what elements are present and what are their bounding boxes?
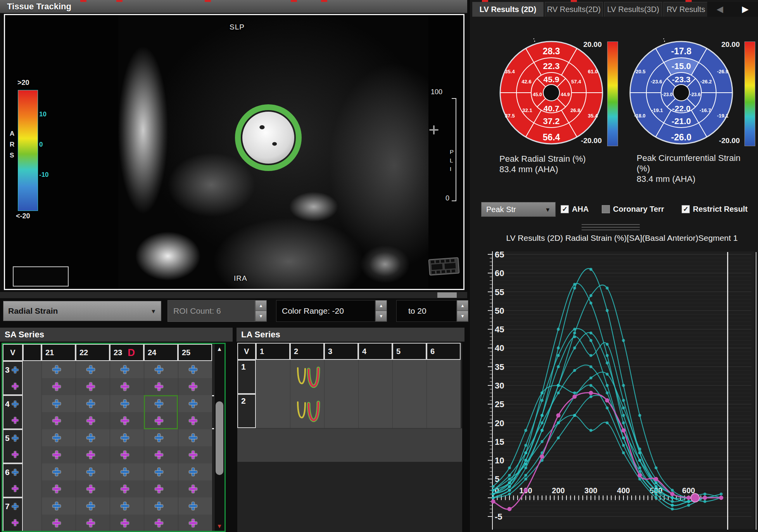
tab-lv-results-2d-[interactable]: LV Results (2D) <box>472 2 544 17</box>
mri-viewport[interactable]: SLP IRA >20 10 0 -10 <-20 A R S 100 0 P … <box>4 14 464 290</box>
sa-cell-5-22[interactable] <box>76 429 110 463</box>
control-point-blue-icon[interactable] <box>86 467 95 477</box>
control-point-magenta-icon[interactable] <box>154 450 164 459</box>
horizontal-scrollbar-thumb[interactable] <box>437 292 457 298</box>
sa-row-number-7[interactable]: 7 <box>3 497 23 532</box>
sa-cell-6-23[interactable] <box>110 463 144 497</box>
horizontal-scrollbar[interactable] <box>0 292 467 298</box>
control-point-magenta-icon[interactable] <box>52 518 61 528</box>
result-metric-select[interactable]: Peak Str ▼ <box>481 202 556 217</box>
sa-cell-4-21[interactable] <box>41 395 76 429</box>
pan-crosshair-icon[interactable] <box>429 125 439 135</box>
control-point-magenta-icon[interactable] <box>188 382 198 391</box>
stepper-down-icon[interactable]: ▼ <box>457 311 468 321</box>
control-point-magenta-icon[interactable] <box>86 450 95 459</box>
control-point-blue-icon[interactable] <box>86 433 95 442</box>
sa-cell-7-21[interactable] <box>41 497 76 532</box>
control-point-blue-icon[interactable] <box>11 366 19 373</box>
sa-row-number-4[interactable]: 4 <box>3 395 23 429</box>
la-cell-1-2[interactable] <box>290 360 324 394</box>
control-point-magenta-icon[interactable] <box>11 485 19 492</box>
sa-cell-6-21[interactable] <box>41 463 76 497</box>
control-point-magenta-icon[interactable] <box>86 484 95 494</box>
control-point-blue-icon[interactable] <box>188 399 198 408</box>
control-point-magenta-icon[interactable] <box>52 450 61 459</box>
circumferential-strain-bullseye[interactable]: -17.8-20.5-26.9-18.0-19.1-26.0-15.0-23.6… <box>627 38 736 147</box>
sa-cell-6-22[interactable] <box>76 463 110 497</box>
stepper-up-icon[interactable]: ▲ <box>376 301 387 311</box>
sa-header-21[interactable]: 21 <box>41 344 76 361</box>
control-point-magenta-icon[interactable] <box>52 382 61 391</box>
sa-cell-5-24[interactable] <box>144 429 178 463</box>
control-point-magenta-icon[interactable] <box>188 416 198 425</box>
la-header-2[interactable]: 2 <box>290 343 324 360</box>
stepper-down-icon[interactable]: ▼ <box>256 311 266 321</box>
sa-cell-4-25[interactable] <box>178 395 212 429</box>
sa-vertical-scrollbar[interactable]: ▲▼ <box>214 344 224 531</box>
restrict-result-checkbox[interactable]: ✓ Restrict Result <box>682 205 758 214</box>
sa-cell-3-23[interactable] <box>110 361 144 395</box>
control-point-blue-icon[interactable] <box>11 503 19 510</box>
roi-contour-ring[interactable] <box>235 104 302 171</box>
sa-cell-5-25[interactable] <box>178 429 212 463</box>
control-point-magenta-icon[interactable] <box>11 519 19 526</box>
control-point-blue-icon[interactable] <box>52 501 61 511</box>
sa-row-number-5[interactable]: 5 <box>3 429 23 463</box>
tab-rv-results-2d-[interactable]: RV Results(2D) <box>545 2 603 17</box>
checkbox-checked-icon[interactable]: ✓ <box>561 205 569 213</box>
tab-rv-results[interactable]: RV Results <box>663 2 708 17</box>
control-point-magenta-icon[interactable] <box>188 518 198 528</box>
control-point-blue-icon[interactable] <box>188 433 198 442</box>
control-point-blue-icon[interactable] <box>120 399 129 408</box>
la-row-2[interactable]: 2 <box>237 394 462 428</box>
la-series-table[interactable]: V12345612 <box>237 343 462 532</box>
control-point-blue-icon[interactable] <box>52 399 61 408</box>
sa-row-number-3[interactable]: 3 <box>3 361 23 395</box>
control-point-blue-icon[interactable] <box>120 433 129 442</box>
stepper-down-icon[interactable]: ▼ <box>376 311 387 321</box>
control-point-blue-icon[interactable] <box>154 501 164 511</box>
control-point-magenta-icon[interactable] <box>86 416 95 425</box>
stepper-up-icon[interactable]: ▲ <box>457 301 468 311</box>
control-point-blue-icon[interactable] <box>86 399 95 408</box>
control-point-blue-icon[interactable] <box>188 501 198 511</box>
control-point-magenta-icon[interactable] <box>120 450 129 459</box>
sa-cell-7-22[interactable] <box>76 497 110 532</box>
control-point-blue-icon[interactable] <box>52 467 61 477</box>
la-cell-1-5[interactable] <box>392 360 426 394</box>
sa-row-number-6[interactable]: 6 <box>3 463 23 497</box>
la-cell-2-3[interactable] <box>324 394 358 428</box>
la-cell-2-1[interactable] <box>256 394 290 428</box>
sa-header-23[interactable]: 23D <box>110 344 144 361</box>
la-cell-1-4[interactable] <box>358 360 392 394</box>
control-point-magenta-icon[interactable] <box>120 484 129 494</box>
control-point-magenta-icon[interactable] <box>52 416 61 425</box>
sa-row-4[interactable]: 4 <box>3 395 224 429</box>
control-point-blue-icon[interactable] <box>86 365 95 374</box>
la-cell-1-1[interactable] <box>256 360 290 394</box>
color-range-max-stepper[interactable]: ▲ ▼ <box>457 300 468 322</box>
sa-row-6[interactable]: 6 <box>3 463 224 497</box>
radial-strain-bullseye[interactable]: 28.335.461.037.535.456.422.342.657.432.1… <box>497 38 606 147</box>
control-point-blue-icon[interactable] <box>11 468 19 476</box>
checkbox-unchecked-icon[interactable] <box>602 205 610 213</box>
control-point-magenta-icon[interactable] <box>154 416 164 425</box>
control-point-blue-icon[interactable] <box>188 365 198 374</box>
sa-header-22[interactable]: 22 <box>76 344 110 361</box>
aha-checkbox[interactable]: ✓ AHA <box>561 205 589 214</box>
control-point-magenta-icon[interactable] <box>11 416 19 424</box>
control-point-magenta-icon[interactable] <box>86 382 95 391</box>
la-row-1[interactable]: 1 <box>237 360 462 394</box>
control-point-magenta-icon[interactable] <box>154 518 164 528</box>
la-row-number-2[interactable]: 2 <box>237 394 256 428</box>
sa-cell-3-22[interactable] <box>76 361 110 395</box>
la-header-3[interactable]: 3 <box>324 343 358 360</box>
strain-type-select[interactable]: Radial Strain ▼ <box>3 301 161 321</box>
control-point-magenta-icon[interactable] <box>154 382 164 391</box>
roi-count-stepper[interactable]: ▲ ▼ <box>255 300 267 322</box>
control-point-magenta-icon[interactable] <box>120 416 129 425</box>
control-point-blue-icon[interactable] <box>154 365 164 374</box>
tab-lv-results-3d-[interactable]: LV Results(3D) <box>604 2 662 17</box>
la-cell-2-2[interactable] <box>290 394 324 428</box>
control-point-magenta-icon[interactable] <box>11 451 19 458</box>
